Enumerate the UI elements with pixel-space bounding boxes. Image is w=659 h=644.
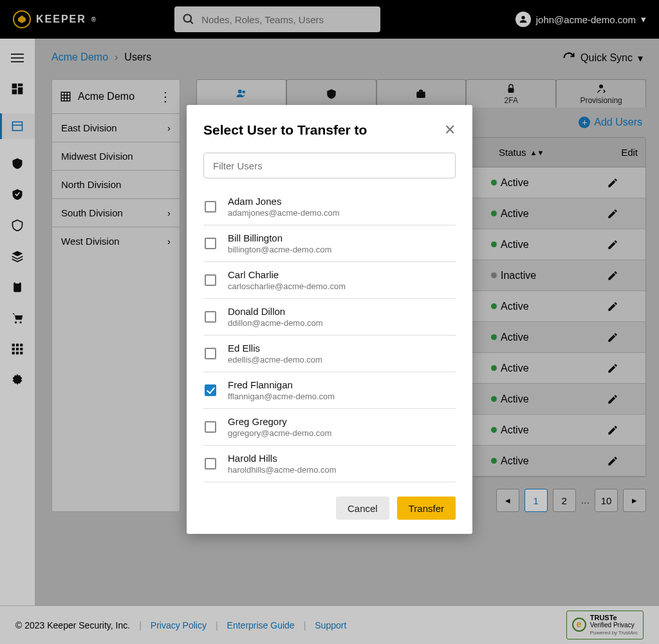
- user-option[interactable]: Carl Charlie carloscharlie@acme-demo.com: [203, 262, 456, 299]
- user-option[interactable]: Adam Jones adamjones@acme-demo.com: [203, 189, 456, 225]
- user-name: Adam Jones: [228, 196, 340, 207]
- user-option[interactable]: Bill Billington billington@acme-demo.com: [203, 225, 456, 262]
- user-name: Fred Flannigan: [228, 379, 335, 390]
- checkbox[interactable]: [205, 201, 216, 213]
- user-email: fflannigan@acme-demo.com: [228, 392, 335, 401]
- user-name: Carl Charlie: [228, 269, 346, 280]
- checkbox[interactable]: [205, 238, 216, 249]
- user-email: carloscharlie@acme-demo.com: [228, 281, 346, 291]
- transfer-modal: Select User to Transfer to ✕ Adam Jones …: [187, 105, 472, 534]
- checkbox[interactable]: [205, 384, 216, 396]
- user-email: ggregory@acme-demo.com: [228, 428, 331, 438]
- checkbox[interactable]: [205, 311, 216, 323]
- user-option[interactable]: Greg Gregory ggregory@acme-demo.com: [203, 409, 456, 446]
- filter-users-input[interactable]: [203, 153, 456, 178]
- user-option[interactable]: Fred Flannigan fflannigan@acme-demo.com: [203, 372, 456, 409]
- user-option[interactable]: Harold Hills haroldhills@acme-demo.com: [203, 446, 456, 482]
- checkbox[interactable]: [205, 458, 216, 469]
- cancel-button[interactable]: Cancel: [336, 497, 389, 520]
- close-icon[interactable]: ✕: [444, 122, 456, 138]
- user-email: adamjones@acme-demo.com: [228, 208, 340, 218]
- user-name: Greg Gregory: [228, 416, 331, 427]
- user-name: Bill Billington: [228, 232, 331, 243]
- user-name: Harold Hills: [228, 453, 337, 464]
- checkbox[interactable]: [205, 348, 216, 359]
- user-name: Ed Ellis: [228, 343, 322, 354]
- transfer-button[interactable]: Transfer: [397, 497, 456, 520]
- user-email: ddillon@acme-demo.com: [228, 318, 323, 328]
- modal-title: Select User to Transfer to: [203, 122, 367, 138]
- checkbox[interactable]: [205, 421, 216, 433]
- user-option[interactable]: Ed Ellis edellis@acme-demo.com: [203, 336, 456, 372]
- user-name: Donald Dillon: [228, 306, 323, 317]
- user-email: haroldhills@acme-demo.com: [228, 465, 337, 475]
- user-email: billington@acme-demo.com: [228, 245, 331, 254]
- checkbox[interactable]: [205, 274, 216, 286]
- modal-overlay: Select User to Transfer to ✕ Adam Jones …: [0, 0, 659, 644]
- user-email: edellis@acme-demo.com: [228, 355, 322, 365]
- user-option[interactable]: Donald Dillon ddillon@acme-demo.com: [203, 299, 456, 336]
